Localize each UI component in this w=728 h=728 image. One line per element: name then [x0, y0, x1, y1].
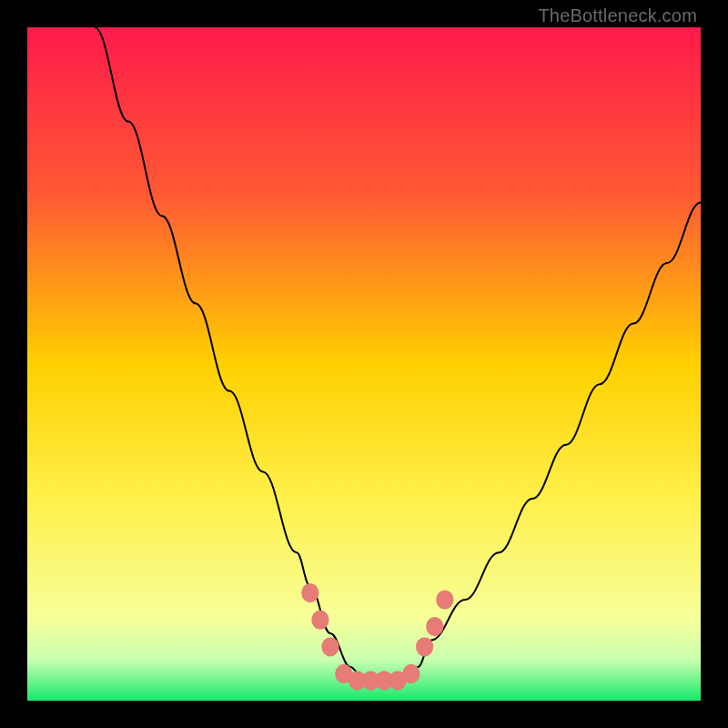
background-gradient	[27, 27, 701, 701]
plot-area	[27, 27, 701, 701]
attribution-text: TheBottleneck.com	[538, 5, 697, 26]
chart-frame: TheBottleneck.com	[0, 0, 728, 728]
svg-rect-0	[27, 27, 701, 701]
